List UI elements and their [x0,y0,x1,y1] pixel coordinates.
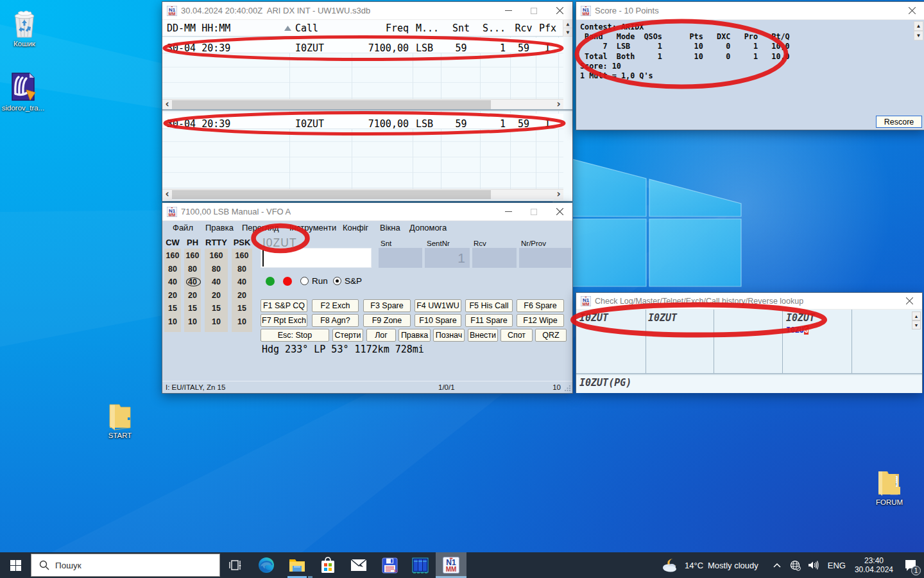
menu-view[interactable]: Перегляд [242,223,279,232]
check-col1-callsign[interactable]: I0ZUT [579,312,608,324]
store-button[interactable] [312,552,343,578]
edge-button[interactable] [251,552,282,578]
col-freq[interactable]: Freq [386,22,409,34]
scroll-thumb[interactable] [172,100,491,109]
action-button[interactable]: Правка [398,329,431,342]
band-button[interactable]: 15 [232,304,252,313]
weather-widget[interactable] [659,552,681,578]
start-button[interactable] [0,552,31,578]
sentnr-field[interactable]: 1 [425,248,470,268]
tray-weather-text[interactable]: Mostly cloudy [708,561,758,570]
fkey-button[interactable]: F4 UW1WU [415,299,461,312]
col-call[interactable]: Call [295,22,318,34]
band-button[interactable]: 10 [184,317,201,326]
fkey-button[interactable]: F7 Rpt Exch [261,314,307,327]
band-button[interactable]: 160 [232,251,252,260]
snt-field[interactable] [379,248,422,268]
scroll-down-icon[interactable]: ▼ [563,28,572,37]
log-window-titlebar[interactable]: N1MM 30.04.2024 20:40:00Z ARI DX INT - U… [162,2,572,20]
col-mode[interactable]: M... [416,22,439,34]
band-button[interactable]: 80 [184,265,201,274]
log-row[interactable]: 30-04 20:39 I0ZUT 7100,00 LSB 59 1 59 I [162,114,563,129]
action-button[interactable]: Esc: Stop [261,329,329,342]
desktop-icon-start-folder[interactable]: START [96,402,144,440]
fkey-button[interactable]: F9 Zone [363,314,411,327]
check-window-titlebar[interactable]: N1MM Check Log/Master/Telnet/Exch/Call h… [576,293,922,310]
fkey-button[interactable]: F3 Spare [363,299,411,312]
maximize-icon[interactable] [521,2,547,19]
check-col2-callsign[interactable]: I0ZUT [648,312,677,324]
scroll-up-icon[interactable]: ▲ [563,20,572,28]
band-button[interactable]: 160 [164,251,181,260]
menu-help[interactable]: Допомога [409,223,447,232]
close-icon[interactable] [547,203,572,220]
scroll-left-icon[interactable]: ‹ [162,100,172,110]
desktop-icon-sidorov-file[interactable]: sidorov_tra... [0,72,47,112]
fkey-button[interactable]: F5 His Call [465,299,513,312]
score-window-titlebar[interactable]: N1MM Score - 10 Points [576,2,924,20]
col-rcv[interactable]: Rcv [511,22,536,34]
sp-radio[interactable] [333,277,341,285]
rescore-button[interactable]: Rescore [876,116,922,128]
band-button[interactable]: 80 [164,265,181,274]
mail-button[interactable] [343,552,374,578]
band-button[interactable]: 15 [164,304,181,313]
minimize-icon[interactable] [495,203,521,220]
check-scrollbar[interactable]: ▲ ▼ [912,311,921,329]
action-button[interactable]: Спот [501,329,533,342]
scroll-down-icon[interactable]: ▼ [914,31,923,40]
band-button[interactable]: 160 [184,251,201,260]
action-button[interactable]: Познач [433,329,465,342]
close-icon[interactable] [896,293,922,309]
file-explorer-button[interactable] [282,552,312,578]
rcv-field[interactable] [472,248,517,268]
check-partial-match[interactable]: I0ZUG [786,326,809,335]
floppy-app-button[interactable]: 31 [374,552,405,578]
close-icon[interactable] [899,2,924,19]
action-button[interactable]: Лог [366,329,396,342]
menu-config[interactable]: Конфіг [343,223,368,232]
col-datetime[interactable]: DD-MM HH:MM [167,22,230,34]
tray-clock[interactable]: 23:40 30.04.2024 [855,556,893,574]
desktop-icon-forum-folder[interactable]: FORUM [865,469,914,507]
action-button[interactable]: QRZ [535,329,567,342]
score-scrollbar[interactable]: ▲ ▼ [914,21,923,40]
col-sentnr[interactable]: S... [483,22,506,34]
search-input[interactable] [55,561,184,570]
tray-overflow[interactable] [767,552,787,578]
band-button[interactable]: 15 [184,304,201,313]
scroll-thumb[interactable] [172,190,491,199]
band-button[interactable]: 20 [164,291,181,300]
minimize-icon[interactable] [495,2,521,19]
log-hscrollbar-upper[interactable]: ‹ › [162,99,563,109]
band-button[interactable]: 15 [205,304,228,313]
resize-grip[interactable] [564,385,571,392]
desktop-icon-recycle-bin[interactable]: Кошик [0,9,49,48]
band-button[interactable]: 10 [164,317,181,326]
scroll-up-icon[interactable]: ▲ [912,311,921,320]
scroll-left-icon[interactable]: ‹ [162,189,172,200]
scroll-right-icon[interactable]: › [554,189,563,200]
band-button[interactable]: 40 [164,277,181,286]
col-snt[interactable]: Snt [441,22,481,34]
action-button[interactable]: Стерти [332,329,363,342]
network-status[interactable] [787,552,805,578]
log-row[interactable]: 30-04 20:39 I0ZUT 7100,00 LSB 59 1 59 I [162,38,563,53]
band-button[interactable]: 40 [232,277,252,286]
fkey-button[interactable]: F10 Spare [415,314,461,327]
scroll-right-icon[interactable]: › [554,100,563,110]
band-button[interactable]: 40 [205,277,228,286]
band-button[interactable]: 80 [205,265,228,274]
menu-file[interactable]: Файл [173,223,193,232]
action-button[interactable]: Внести [468,329,498,342]
tray-language[interactable]: ENG [828,561,846,570]
nrprov-field[interactable] [519,248,571,268]
menu-edit[interactable]: Правка [205,223,234,232]
run-radio[interactable] [300,277,309,285]
fkey-button[interactable]: F8 Agn? [312,314,359,327]
col-pfx[interactable]: Pfx [536,22,559,34]
fkey-button[interactable]: F12 Wipe [517,314,564,327]
band-button[interactable]: 160 [205,251,228,260]
band-button[interactable]: 20 [205,291,228,300]
taskbar-search[interactable] [31,554,220,577]
